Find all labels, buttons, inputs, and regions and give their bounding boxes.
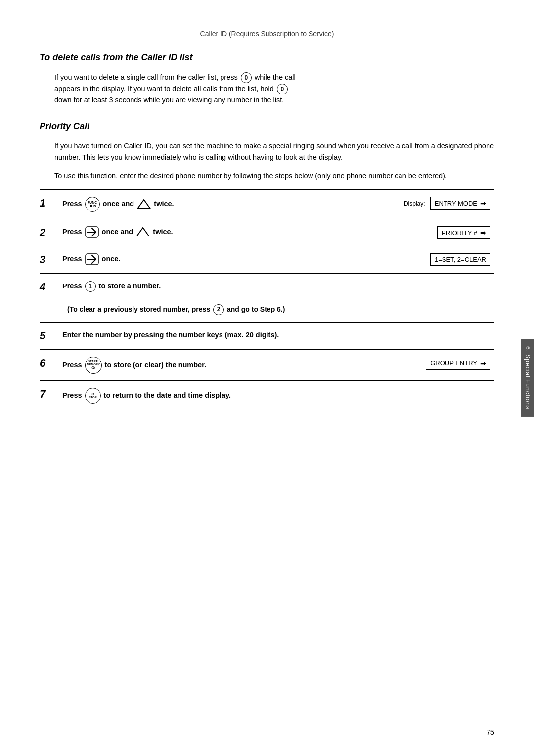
step2-press: Press xyxy=(62,228,82,236)
priority-para1: If you have turned on Caller ID, you can… xyxy=(54,141,494,163)
table-row: 2 Press once and twice. xyxy=(40,219,494,246)
delete-para1: If you want to delete a single call from… xyxy=(54,73,238,81)
step-1-content: Press FUNCTION once and twice. xyxy=(57,190,328,219)
step-3-content: Press once. xyxy=(57,246,328,274)
step4-sub-text2: and go to Step 6.) xyxy=(227,305,285,313)
step1-once-and: once and xyxy=(103,200,136,208)
step-number-2: 2 xyxy=(40,219,57,246)
key-2-button: 2 xyxy=(213,304,224,315)
page-number: 75 xyxy=(486,728,494,736)
step4-press: Press xyxy=(62,282,82,290)
step-1-display: Display: ENTRY MODE ➡ xyxy=(328,190,494,219)
display-box-1: ENTRY MODE ➡ xyxy=(430,197,490,210)
up-arrow-button-2 xyxy=(136,226,150,238)
arrow-right-2: ➡ xyxy=(480,229,486,236)
key-0-first: 0 xyxy=(241,72,252,83)
step-number-5: 5 xyxy=(40,322,57,349)
step-3-display: 1=SET, 2=CLEAR xyxy=(328,246,494,274)
svg-marker-0 xyxy=(138,200,150,208)
step-number-3: 3 xyxy=(40,246,57,274)
step3-once: once. xyxy=(102,255,121,263)
display-box-2: PRIORITY # ➡ xyxy=(437,226,490,239)
priority-para2: To use this function, enter the desired … xyxy=(54,170,494,182)
table-row: 4 Press 1 to store a number. (To clear a… xyxy=(40,274,494,323)
up-arrow-button-1 xyxy=(137,198,151,210)
step-number-1: 1 xyxy=(40,190,57,219)
step4-text: to store a number. xyxy=(99,282,161,290)
table-row: 3 Press once. 1=SET, 2=CLEAR xyxy=(40,246,494,274)
function-button: FUNCTION xyxy=(85,197,100,212)
sidebar-tab: 6. Special Functions xyxy=(521,339,534,417)
display-box-6: GROUP ENTRY ➡ xyxy=(426,357,490,370)
display-label: Display: xyxy=(404,200,425,207)
table-row: 1 Press FUNCTION once and twice. Display… xyxy=(40,190,494,219)
arrow-right-6: ➡ xyxy=(480,359,486,367)
page: Caller ID (Requires Subscription to Serv… xyxy=(0,0,534,756)
nav-right-button-2 xyxy=(85,226,99,238)
table-row: 7 Press ⊙ STOP to return to the date and… xyxy=(40,380,494,411)
step-4-content: Press 1 to store a number. (To clear a p… xyxy=(57,274,494,323)
display-value-2: PRIORITY # xyxy=(442,229,477,236)
step6-press: Press xyxy=(62,361,82,369)
delete-para1c: down for at least 3 seconds while you ar… xyxy=(54,96,284,104)
key-0-second: 0 xyxy=(277,84,288,94)
nav-right-button-3 xyxy=(85,253,99,265)
priority-section-title: Priority Call xyxy=(40,121,494,132)
step1-press: Press xyxy=(62,200,82,208)
step7-text: to return to the date and time display. xyxy=(104,391,231,399)
step-number-6: 6 xyxy=(40,349,57,380)
step-6-display: GROUP ENTRY ➡ xyxy=(328,349,494,380)
delete-section-title: To delete calls from the Caller ID list xyxy=(40,52,494,63)
key-1-button: 1 xyxy=(85,281,96,292)
step5-text: Enter the number by pressing the number … xyxy=(62,331,279,339)
step4-sub-text: (To clear a previously stored number, pr… xyxy=(67,305,212,313)
svg-marker-2 xyxy=(137,228,149,236)
display-value-6: GROUP ENTRY xyxy=(430,359,477,367)
table-row: 6 Press START/ MEMORY ① to store (or cle… xyxy=(40,349,494,380)
step-2-content: Press once and twice. xyxy=(57,219,328,246)
step2-twice: twice. xyxy=(153,228,173,236)
display-value-3: 1=SET, 2=CLEAR xyxy=(435,256,486,263)
step-number-4: 4 xyxy=(40,274,57,323)
stop-button: ⊙ STOP xyxy=(85,388,101,404)
step6-text: to store (or clear) the number. xyxy=(105,361,206,369)
step1-twice: twice. xyxy=(154,200,174,208)
arrow-right-1: ➡ xyxy=(480,199,486,207)
display-value-1: ENTRY MODE xyxy=(435,200,477,207)
step3-press: Press xyxy=(62,255,82,263)
start-memory-button: START/ MEMORY ① xyxy=(85,357,102,374)
page-header: Caller ID (Requires Subscription to Serv… xyxy=(40,30,494,38)
table-row: 5 Enter the number by pressing the numbe… xyxy=(40,322,494,349)
step2-once-and: once and xyxy=(102,228,135,236)
step-6-content: Press START/ MEMORY ① to store (or clear… xyxy=(57,349,328,380)
step-number-7: 7 xyxy=(40,380,57,411)
step-7-content: Press ⊙ STOP to return to the date and t… xyxy=(57,380,494,411)
display-box-3: 1=SET, 2=CLEAR xyxy=(430,253,490,266)
delete-section-body: If you want to delete a single call from… xyxy=(54,72,494,106)
step-2-display: PRIORITY # ➡ xyxy=(328,219,494,246)
steps-table: 1 Press FUNCTION once and twice. Display… xyxy=(40,189,494,411)
step4-substep: (To clear a previously stored number, pr… xyxy=(67,304,490,315)
step7-press: Press xyxy=(62,391,82,399)
step-5-content: Enter the number by pressing the number … xyxy=(57,322,494,349)
